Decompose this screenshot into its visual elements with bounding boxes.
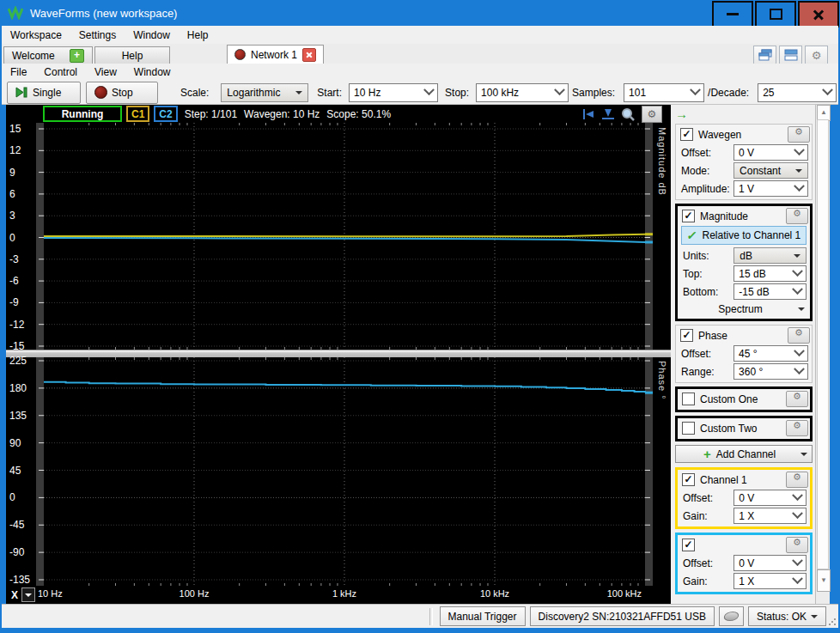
single-button[interactable]: Single: [7, 82, 81, 104]
tab-help[interactable]: Help: [94, 46, 170, 64]
cascade-icon: [758, 49, 772, 61]
c1-badge[interactable]: C1: [126, 106, 149, 122]
gear-icon: ⚙: [648, 109, 657, 119]
phase-plot[interactable]: [36, 357, 653, 586]
manual-trigger-button[interactable]: Manual Trigger: [440, 606, 526, 626]
scroll-down-button[interactable]: ▾: [817, 569, 831, 592]
menu-workspace[interactable]: Workspace: [2, 27, 70, 43]
y-tick-label: 9: [9, 166, 15, 180]
maximize-button[interactable]: [755, 1, 796, 27]
x-axis-dropdown[interactable]: [21, 587, 35, 602]
workspace-gear-button[interactable]: ⚙: [805, 46, 828, 64]
plus-icon: +: [703, 447, 711, 461]
plot-settings-button[interactable]: ⚙: [642, 106, 662, 123]
decade-combobox[interactable]: 25: [758, 83, 837, 102]
check-icon: ✓: [685, 228, 698, 242]
custom-two-checkbox[interactable]: [682, 422, 695, 435]
status-dropdown[interactable]: Status: OK: [748, 606, 826, 626]
resize-grip[interactable]: [828, 618, 837, 626]
tab-welcome[interactable]: Welcome +: [3, 46, 93, 64]
single-icon: [15, 87, 28, 98]
tab-close-icon[interactable]: [302, 48, 316, 62]
chevron-down-icon: [794, 345, 805, 356]
channel2-group: ✓ ⚙ Offset: 0 V Gain: 1 X: [675, 533, 813, 594]
menu-file[interactable]: File: [2, 64, 35, 80]
minimize-button[interactable]: [712, 1, 753, 27]
magnitude-group: ✓ Magnitude ⚙ ✓ Relative to Channel 1 Un…: [675, 204, 813, 321]
phase-offset-combobox[interactable]: 45 °: [733, 345, 808, 362]
channel1-offset-combobox[interactable]: 0 V: [733, 490, 807, 506]
scale-dropdown[interactable]: Logarithmic: [221, 83, 308, 102]
custom-one-gear-button[interactable]: ⚙: [786, 391, 808, 407]
dropdown-arrow-icon: [25, 593, 32, 597]
start-combobox[interactable]: 10 Hz: [349, 83, 438, 102]
stop-combobox[interactable]: 100 kHz: [476, 83, 569, 102]
spectrum-dropdown[interactable]: Spectrum: [679, 301, 808, 317]
scroll-track[interactable]: [817, 119, 829, 569]
custom-one-checkbox[interactable]: [682, 393, 695, 405]
phase-axis-title: Phase °: [657, 361, 667, 400]
channel2-checkbox[interactable]: ✓: [682, 539, 695, 551]
record-dot-icon: [234, 49, 246, 60]
y-tick-label: -45: [9, 518, 24, 532]
channel1-gain-combobox[interactable]: 1 X: [733, 508, 807, 524]
x-axis-button[interactable]: X: [8, 587, 35, 602]
menu-window2[interactable]: Window: [125, 64, 180, 80]
phase-title: Phase: [698, 330, 727, 342]
magnitude-plot[interactable]: [36, 123, 653, 350]
phase-y-axis-labels: 22518013590450-45-90-135: [7, 357, 36, 586]
menu-help[interactable]: Help: [179, 27, 217, 43]
wavegen-mode-dropdown[interactable]: Constant: [733, 162, 808, 179]
wavegen-checkbox[interactable]: ✓: [680, 128, 693, 141]
menu-window[interactable]: Window: [125, 27, 179, 43]
tab-network-1[interactable]: Network 1: [227, 45, 324, 64]
top-combobox[interactable]: 15 dB: [733, 265, 807, 282]
chevron-down-icon: [792, 490, 803, 501]
channel2-offset-combobox[interactable]: 0 V: [733, 555, 807, 571]
phase-range-combobox[interactable]: 360 °: [733, 363, 808, 380]
x-tick-label: 100 kHz: [607, 588, 642, 599]
cascade-windows-button[interactable]: [753, 46, 776, 64]
dropdown-arrow-icon: [800, 453, 807, 456]
menu-settings[interactable]: Settings: [70, 27, 125, 43]
menu-control[interactable]: Control: [35, 64, 86, 80]
title-bar[interactable]: WaveForms (new workspace): [0, 0, 840, 26]
y-cursor-icon[interactable]: [601, 108, 615, 120]
stop-button[interactable]: Stop: [86, 82, 158, 104]
channel1-gear-button[interactable]: ⚙: [786, 472, 808, 488]
add-instrument-icon[interactable]: +: [70, 49, 84, 63]
tile-windows-button[interactable]: [779, 46, 802, 64]
gear-icon: ⚙: [793, 391, 801, 401]
plot-splitter[interactable]: [6, 350, 671, 357]
channel2-gear-button[interactable]: ⚙: [786, 537, 808, 553]
wavegen-gear-button[interactable]: ⚙: [788, 126, 810, 143]
dropdown-arrow-icon: [798, 307, 805, 311]
custom-two-title: Custom Two: [700, 423, 757, 435]
minimize-icon: [727, 13, 739, 15]
menu-view[interactable]: View: [86, 64, 125, 80]
phase-checkbox[interactable]: ✓: [680, 329, 693, 342]
device-icon-button[interactable]: [719, 606, 744, 626]
zoom-icon[interactable]: [621, 107, 636, 121]
samples-combobox[interactable]: 101: [624, 83, 704, 102]
magnitude-checkbox[interactable]: ✓: [682, 210, 695, 222]
units-dropdown[interactable]: dB: [733, 247, 807, 264]
channel1-checkbox[interactable]: ✓: [682, 473, 695, 486]
add-channel-button[interactable]: + Add Channel: [675, 445, 813, 463]
channel2-gain-combobox[interactable]: 1 X: [733, 573, 807, 589]
relative-to-channel1-button[interactable]: ✓ Relative to Channel 1: [681, 226, 807, 245]
phase-gear-button[interactable]: ⚙: [788, 327, 810, 344]
panel-scrollbar[interactable]: ▴ ▾: [815, 105, 830, 604]
x-cursor-icon[interactable]: [581, 108, 595, 120]
bottom-combobox[interactable]: -15 dB: [733, 283, 807, 300]
collapse-panel-arrow[interactable]: →: [675, 107, 815, 124]
close-button[interactable]: [798, 1, 839, 27]
wavegen-offset-combobox[interactable]: 0 V: [733, 144, 808, 161]
y-tick-label: 90: [9, 436, 21, 450]
custom-two-gear-button[interactable]: ⚙: [786, 420, 808, 436]
c2-badge[interactable]: C2: [154, 106, 177, 122]
device-button[interactable]: Discovery2 SN:210321AFFD51 USB: [530, 606, 715, 626]
chevron-down-icon: [792, 555, 803, 566]
wavegen-amplitude-combobox[interactable]: 1 V: [733, 180, 808, 197]
magnitude-gear-button[interactable]: ⚙: [786, 208, 808, 224]
